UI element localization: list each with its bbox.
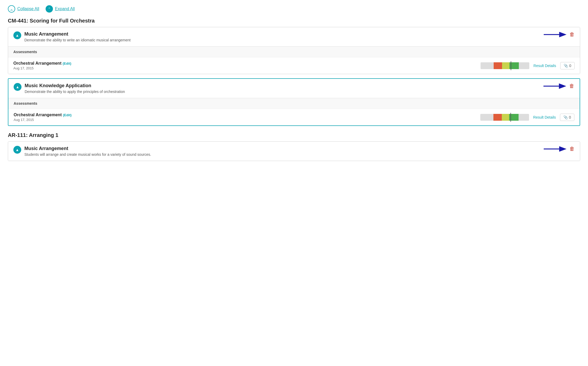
bar-yellow [502,62,509,69]
bar-gray-left [481,62,494,69]
courses-container: CM-441: Scoring for Full Orchestra▲Music… [8,18,580,161]
bar-red [493,114,502,121]
outcome-description: Students will arrange and create musical… [24,152,151,157]
attachment-count: 0 [569,115,571,119]
assessment-date: Aug 17, 2015 [14,118,72,122]
arrow-delete-group: 🗑 [544,146,575,152]
main-container: ⌄ Collapse All ⌃ Expand All CM-441: Scor… [8,5,580,161]
outcome-name: Music Knowledge Application [25,83,125,88]
toolbar: ⌄ Collapse All ⌃ Expand All [8,5,580,13]
assessment-date: Aug 17, 2015 [13,66,71,70]
outcome-left: ▲Music ArrangementStudents will arrange … [13,146,544,157]
outcome-toggle-button[interactable]: ▲ [13,31,21,39]
course-title: AR-111: Arranging 1 [8,132,580,138]
collapse-icon: ⌄ [8,5,15,13]
outcome-text: Music ArrangementStudents will arrange a… [24,146,151,157]
delete-outcome-button[interactable]: 🗑 [569,146,575,152]
course-section-ar111: AR-111: Arranging 1▲Music ArrangementStu… [8,132,580,161]
outcome-card-outcome-1: ▲Music ArrangementDemonstrate the abilit… [8,27,580,74]
outcome-header: ▲Music ArrangementStudents will arrange … [8,142,580,161]
outcome-left: ▲Music Knowledge ApplicationDemonstrate … [14,83,543,94]
arrow-delete-group: 🗑 [543,83,574,89]
assessment-row: Orchestral Arrangement (Edit)Aug 17, 201… [8,109,580,125]
outcome-right: 🗑 [544,31,575,37]
bar-red [494,62,502,69]
arrow-delete-group: 🗑 [544,31,575,37]
bar-line [511,61,511,70]
course-title: CM-441: Scoring for Full Orchestra [8,18,580,24]
course-section-cm441: CM-441: Scoring for Full Orchestra▲Music… [8,18,580,126]
score-bar [480,114,529,121]
outcome-card-outcome-3: ▲Music ArrangementStudents will arrange … [8,141,580,161]
outcome-name: Music Arrangement [24,31,130,37]
assessment-row: Orchestral Arrangement (Edit)Aug 17, 201… [8,57,580,74]
outcome-header: ▲Music ArrangementDemonstrate the abilit… [8,27,580,46]
expand-all-button[interactable]: ⌃ Expand All [46,5,75,13]
assessments-header: Assessments [8,46,580,57]
outcome-left: ▲Music ArrangementDemonstrate the abilit… [13,31,544,42]
bar-line [510,113,511,122]
arrow-icon [544,32,567,37]
outcome-right: 🗑 [544,146,575,152]
assessment-left: Orchestral Arrangement (Edit)Aug 17, 201… [13,61,71,70]
assessment-right: Result Details📎0 [480,114,574,121]
outcome-text: Music Knowledge ApplicationDemonstrate t… [25,83,125,94]
assessment-left: Orchestral Arrangement (Edit)Aug 17, 201… [14,113,72,122]
outcome-name: Music Arrangement [24,146,151,151]
collapse-all-button[interactable]: ⌄ Collapse All [8,5,39,13]
paperclip-icon: 📎 [564,64,568,68]
collapse-all-label: Collapse All [17,7,39,11]
outcome-description: Demonstrate the ability to write an idio… [24,38,130,42]
attachment-count: 0 [569,64,571,68]
paperclip-icon: 📎 [563,115,568,119]
score-bar [481,62,529,69]
bar-gray-left [480,114,493,121]
attachment-button[interactable]: 📎0 [560,62,575,69]
bar-yellow [502,114,509,121]
expand-all-label: Expand All [55,7,75,11]
assessment-right: Result Details📎0 [481,62,575,69]
assessment-edit-link[interactable]: (Edit) [63,62,71,65]
result-details-link[interactable]: Result Details [533,64,556,68]
assessments-header: Assessments [8,98,580,109]
delete-outcome-button[interactable]: 🗑 [569,83,574,89]
outcome-card-outcome-2: ▲Music Knowledge ApplicationDemonstrate … [8,78,580,126]
outcome-right: 🗑 [543,83,574,89]
bar-gray-right [519,114,529,121]
result-details-link[interactable]: Result Details [533,115,556,119]
assessment-name: Orchestral Arrangement (Edit) [13,61,71,66]
outcome-description: Demonstrate the ability to apply the pri… [25,90,125,94]
outcome-toggle-button[interactable]: ▲ [13,146,21,154]
assessment-edit-link[interactable]: (Edit) [63,113,72,117]
bar-gray-right [519,62,529,69]
assessment-name: Orchestral Arrangement (Edit) [14,113,72,117]
arrow-icon [544,146,567,152]
delete-outcome-button[interactable]: 🗑 [569,31,575,37]
attachment-button[interactable]: 📎0 [560,114,574,121]
expand-icon: ⌃ [46,5,53,13]
outcome-toggle-button[interactable]: ▲ [14,83,21,91]
arrow-icon [543,84,567,89]
outcome-header: ▲Music Knowledge ApplicationDemonstrate … [8,79,580,98]
outcome-text: Music ArrangementDemonstrate the ability… [24,31,130,42]
